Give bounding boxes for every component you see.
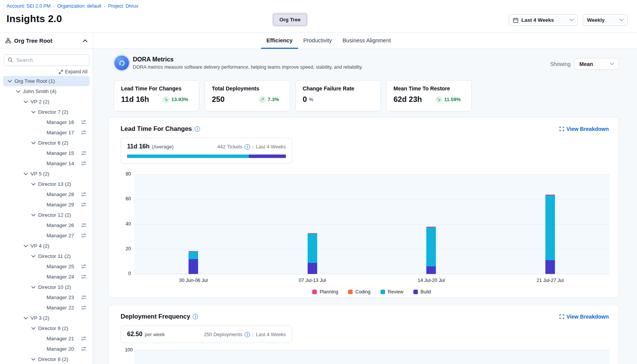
tree-item[interactable]: Manager 22 <box>0 303 93 313</box>
chevron-down-icon[interactable] <box>16 90 20 93</box>
tree-item[interactable]: Director 9 (2) <box>0 323 93 333</box>
org-tree-button[interactable]: Org Tree <box>273 14 307 26</box>
chevron-down-icon[interactable] <box>24 100 28 103</box>
bar-segment-review[interactable] <box>545 195 555 260</box>
tree-item[interactable]: VP 5 (2) <box>0 169 93 179</box>
tree-item[interactable]: Manager 15 <box>0 148 93 158</box>
deployment-view-breakdown-link[interactable]: View Breakdown <box>560 314 609 320</box>
tree-item-label: Director 9 (2) <box>38 325 68 331</box>
bar-segment-review[interactable] <box>308 234 317 263</box>
tree-item[interactable]: Manager 28 <box>0 189 93 200</box>
expand-all-button[interactable]: Expand All <box>0 69 87 74</box>
metric-card-value: 0 <box>303 95 307 104</box>
bar-segment-review[interactable] <box>189 251 198 259</box>
filter-sliders-icon[interactable] <box>81 202 87 207</box>
tree-item[interactable]: Manager 14 <box>0 158 93 169</box>
info-icon[interactable]: i <box>245 332 250 337</box>
info-icon[interactable]: i <box>195 126 200 132</box>
tree-item[interactable]: Manager 16 <box>0 117 93 127</box>
tree-item[interactable]: Org Tree Root (1) <box>3 76 90 86</box>
bar-segment-planning[interactable] <box>308 233 317 234</box>
search-input[interactable] <box>4 54 89 66</box>
filter-sliders-icon[interactable] <box>81 130 87 135</box>
tree-item[interactable]: Manager 23 <box>0 292 93 303</box>
filter-sliders-icon[interactable] <box>81 264 87 269</box>
breadcrumb-item[interactable]: Account: SEI 2.0 PM <box>6 3 50 9</box>
filter-sliders-icon[interactable] <box>81 161 87 166</box>
filter-sliders-icon[interactable] <box>81 192 87 197</box>
tree-item[interactable]: Manager 25 <box>0 261 93 272</box>
sidebar-header[interactable]: Org Tree Root <box>0 33 93 49</box>
filter-sliders-icon[interactable] <box>81 295 87 300</box>
chevron-down-icon[interactable] <box>24 317 28 320</box>
tree-item[interactable]: Manager 21 <box>0 333 93 344</box>
tree-item[interactable]: Director 7 (2) <box>0 107 93 117</box>
tree-item[interactable]: VP 4 (2) <box>0 241 93 251</box>
chevron-down-icon[interactable] <box>31 358 35 361</box>
legend-item-build[interactable]: Build <box>413 289 431 295</box>
bar-segment-planning[interactable] <box>189 251 198 252</box>
chevron-down-icon[interactable] <box>31 286 35 289</box>
tab-business-alignment[interactable]: Business Alignment <box>337 33 396 49</box>
breadcrumb-item[interactable]: Project: Dhruv <box>108 3 138 9</box>
legend-swatch <box>348 290 353 294</box>
showing-select[interactable]: Mean <box>574 58 619 70</box>
bar-segment-build[interactable] <box>545 260 555 274</box>
breadcrumb-item[interactable]: Organization: default <box>57 3 101 9</box>
bar-segment-build[interactable] <box>426 266 436 274</box>
bar-segment-review[interactable] <box>426 227 436 267</box>
filter-sliders-icon[interactable] <box>81 120 87 125</box>
tree-item[interactable]: John Smith (4) <box>0 86 93 97</box>
tree-item[interactable]: Director 6 (2) <box>0 138 93 148</box>
chevron-down-icon[interactable] <box>24 245 28 248</box>
tree-item[interactable]: Director 8 (2) <box>0 354 93 364</box>
bar-segment-build[interactable] <box>189 259 198 274</box>
info-icon[interactable]: i <box>193 314 198 319</box>
tree-item[interactable]: Director 10 (2) <box>0 282 93 292</box>
tree-item[interactable]: Manager 26 <box>0 220 93 230</box>
tree-item[interactable]: Manager 17 <box>0 127 93 138</box>
info-icon[interactable]: i <box>245 144 250 150</box>
trend-down-icon: ↘ <box>435 96 442 103</box>
tree-item[interactable]: Director 12 (2) <box>0 210 93 220</box>
chevron-down-icon[interactable] <box>31 142 35 145</box>
chevron-down-icon <box>619 19 624 21</box>
bar-segment-build[interactable] <box>308 263 317 274</box>
bar-segment-planning[interactable] <box>426 227 436 227</box>
filter-sliders-icon[interactable] <box>81 151 87 156</box>
tree-item[interactable]: Director 11 (2) <box>0 251 93 261</box>
legend-item-review[interactable]: Review <box>381 289 403 295</box>
tree-item[interactable]: Manager 29 <box>0 200 93 210</box>
tree-item-label: Manager 16 <box>47 119 74 125</box>
filter-sliders-icon[interactable] <box>81 274 87 279</box>
lead-time-view-breakdown-link[interactable]: View Breakdown <box>560 126 609 132</box>
tree-item[interactable]: Manager 24 <box>0 272 93 282</box>
filter-sliders-icon[interactable] <box>81 223 87 228</box>
filter-sliders-icon[interactable] <box>81 346 87 351</box>
filter-sliders-icon[interactable] <box>81 233 87 238</box>
date-range-select[interactable]: Last 4 Weeks <box>509 14 578 26</box>
legend-item-coding[interactable]: Coding <box>348 289 371 295</box>
chevron-down-icon[interactable] <box>8 80 12 83</box>
legend-item-planning[interactable]: Planning <box>312 289 338 295</box>
chevron-down-icon[interactable] <box>31 111 35 114</box>
tree-item[interactable]: Director 13 (2) <box>0 179 93 189</box>
granularity-select[interactable]: Weekly <box>583 14 628 26</box>
tree-item[interactable]: Manager 27 <box>0 230 93 241</box>
tab-efficiency[interactable]: Efficiency <box>261 33 298 49</box>
chevron-down-icon[interactable] <box>31 214 35 217</box>
chevron-down-icon[interactable] <box>31 183 35 186</box>
chevron-down-icon[interactable] <box>31 327 35 330</box>
tree-item[interactable]: VP 2 (2) <box>0 97 93 107</box>
collapse-chevron-up-icon[interactable] <box>83 39 87 42</box>
filter-sliders-icon[interactable] <box>81 305 87 310</box>
tree-item[interactable]: VP 3 (2) <box>0 313 93 323</box>
tree-item[interactable]: Manager 20 <box>0 344 93 354</box>
metric-card-value: 250 <box>212 95 224 104</box>
filter-sliders-icon[interactable] <box>81 336 87 341</box>
chevron-down-icon[interactable] <box>24 172 28 176</box>
tab-productivity[interactable]: Productivity <box>298 33 337 49</box>
chevron-down-icon[interactable] <box>31 255 35 258</box>
tree-item-label: Manager 23 <box>47 295 74 300</box>
bar-segment-planning[interactable] <box>545 195 555 196</box>
